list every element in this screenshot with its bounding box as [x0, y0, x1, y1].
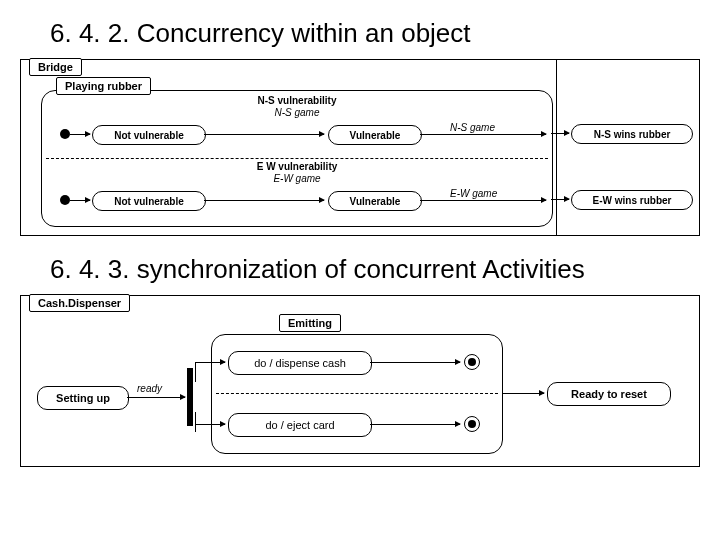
frame-label: Bridge — [29, 58, 82, 76]
composite-label-emitting: Emitting — [279, 314, 341, 332]
fork-bar — [187, 368, 193, 426]
diagram-dispenser: Cash.Dispenser Setting up ready Emitting… — [20, 295, 700, 467]
arrow-ns-2 — [420, 134, 546, 135]
initial-state-ns — [60, 129, 70, 139]
state-ns-wins: N-S wins rubber — [571, 124, 693, 144]
arrow-fork-bot — [195, 424, 225, 425]
region-title-ns: N-S vulnerability — [42, 95, 552, 106]
composite-playing-rubber: Playing rubber N-S vulnerability N-S gam… — [41, 90, 553, 227]
edge-label-ready: ready — [137, 383, 162, 394]
state-ns-vuln: Vulnerable — [328, 125, 422, 145]
arrow-ns-1 — [204, 134, 324, 135]
arrow-ew-init — [70, 200, 90, 201]
section-heading-643: 6. 4. 3. synchronization of concurrent A… — [50, 254, 700, 285]
state-ew-vuln: Vulnerable — [328, 191, 422, 211]
state-ns-notvuln: Not vulnerable — [92, 125, 206, 145]
frame-label-2: Cash.Dispenser — [29, 294, 130, 312]
diagram-bridge: Bridge Playing rubber N-S vulnerability … — [20, 59, 700, 236]
arrow-dispense-final — [370, 362, 460, 363]
region-separator-2 — [216, 393, 498, 394]
initial-state-ew — [60, 195, 70, 205]
fork-down — [195, 412, 196, 432]
arrow-to-ew-final — [557, 199, 569, 200]
state-dispense: do / dispense cash — [228, 351, 372, 375]
arrow-fork-top — [195, 362, 225, 363]
final-state-bot — [464, 416, 480, 432]
diagram-divider — [556, 60, 557, 235]
state-ready-reset: Ready to reset — [547, 382, 671, 406]
arrow-to-ns-final — [557, 133, 569, 134]
state-ew-notvuln: Not vulnerable — [92, 191, 206, 211]
arrow-ns-init — [70, 134, 90, 135]
state-setting-up: Setting up — [37, 386, 129, 410]
section-heading-642: 6. 4. 2. Concurrency within an object — [50, 18, 700, 49]
state-ew-wins: E-W wins rubber — [571, 190, 693, 210]
arrow-ew-2 — [420, 200, 546, 201]
fork-up — [195, 362, 196, 382]
region-separator — [46, 158, 548, 159]
composite-label: Playing rubber — [56, 77, 151, 95]
arrow-to-reset — [502, 393, 544, 394]
edge-label-ew-exit: E-W game — [450, 188, 497, 199]
edge-label-ns-exit: N-S game — [450, 122, 495, 133]
arrow-ready — [127, 397, 185, 398]
connector-ns — [551, 133, 556, 134]
region-subtitle-ew: E-W game — [42, 173, 552, 184]
region-title-ew: E W vulnerability — [42, 161, 552, 172]
connector-ew — [551, 199, 556, 200]
arrow-ew-1 — [204, 200, 324, 201]
arrow-eject-final — [370, 424, 460, 425]
state-eject: do / eject card — [228, 413, 372, 437]
final-state-top — [464, 354, 480, 370]
composite-emitting: do / dispense cash do / eject card — [211, 334, 503, 454]
region-subtitle-ns: N-S game — [42, 107, 552, 118]
